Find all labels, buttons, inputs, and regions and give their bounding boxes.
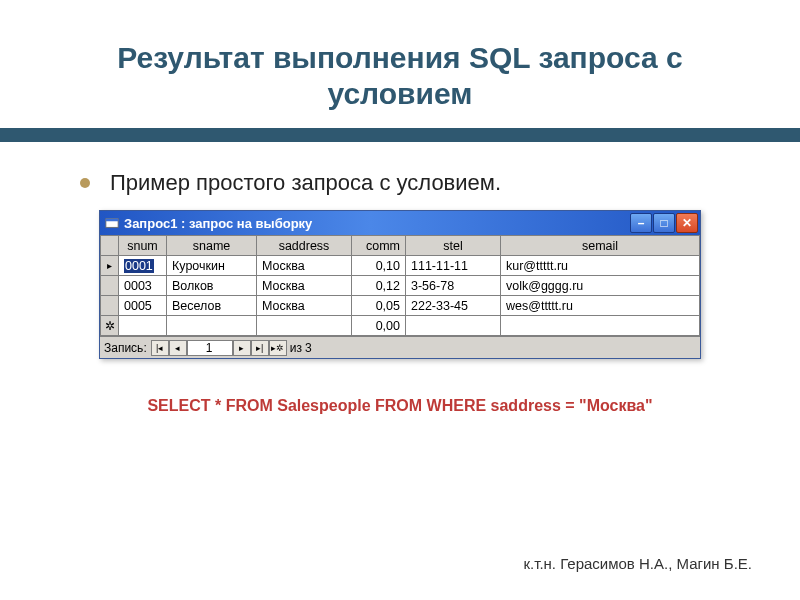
cell-snum[interactable]: 0001	[119, 256, 167, 276]
header-row: snum sname saddress comm stel semail	[101, 236, 700, 256]
title-underline	[0, 128, 800, 142]
cell-snum[interactable]	[119, 316, 167, 336]
cell-semail[interactable]: kur@ttttt.ru	[501, 256, 700, 276]
cell-comm[interactable]: 0,00	[352, 316, 406, 336]
cell-sname[interactable]: Веселов	[167, 296, 257, 316]
column-header[interactable]: snum	[119, 236, 167, 256]
cell-sname[interactable]: Волков	[167, 276, 257, 296]
prev-record-button[interactable]: ◂	[169, 340, 187, 356]
table-row[interactable]: 0005ВеселовМосква0,05222-33-45wes@ttttt.…	[101, 296, 700, 316]
cell-semail[interactable]	[501, 316, 700, 336]
cell-semail[interactable]: volk@gggg.ru	[501, 276, 700, 296]
record-number-input[interactable]: 1	[187, 340, 233, 356]
maximize-button[interactable]: □	[653, 213, 675, 233]
cell-comm[interactable]: 0,12	[352, 276, 406, 296]
cell-stel[interactable]	[406, 316, 501, 336]
last-record-button[interactable]: ▸|	[251, 340, 269, 356]
first-record-button[interactable]: |◂	[151, 340, 169, 356]
column-header[interactable]: saddress	[257, 236, 352, 256]
new-record-button[interactable]: ▸✲	[269, 340, 287, 356]
window-icon	[104, 215, 120, 231]
cell-saddress[interactable]: Москва	[257, 276, 352, 296]
row-selector-header	[101, 236, 119, 256]
cell-sname[interactable]	[167, 316, 257, 336]
slide-footer: к.т.н. Герасимов Н.А., Магин Б.Е.	[523, 555, 752, 572]
cell-stel[interactable]: 222-33-45	[406, 296, 501, 316]
cell-stel[interactable]: 3-56-78	[406, 276, 501, 296]
row-marker-icon: ▸	[101, 256, 119, 276]
titlebar: Запрос1 : запрос на выборку – □ ✕	[100, 211, 700, 235]
bullet-icon	[80, 178, 90, 188]
row-marker-icon	[101, 276, 119, 296]
table-row[interactable]: ✲0,00	[101, 316, 700, 336]
cell-saddress[interactable]: Москва	[257, 256, 352, 276]
table-row[interactable]: ▸0001КурочкинМосква0,10111-11-11kur@tttt…	[101, 256, 700, 276]
cell-saddress[interactable]: Москва	[257, 296, 352, 316]
bullet-row: Пример простого запроса с условием.	[0, 142, 800, 206]
record-label: Запись:	[104, 341, 147, 355]
cell-sname[interactable]: Курочкин	[167, 256, 257, 276]
record-total-prefix: из	[290, 341, 302, 355]
cell-stel[interactable]: 111-11-11	[406, 256, 501, 276]
bullet-text: Пример простого запроса с условием.	[110, 170, 501, 196]
row-marker-icon	[101, 296, 119, 316]
record-total: 3	[305, 341, 312, 355]
cell-snum[interactable]: 0005	[119, 296, 167, 316]
svg-rect-1	[106, 219, 118, 222]
record-navigator: Запись: |◂ ◂ 1 ▸ ▸| ▸✲ из 3	[100, 336, 700, 358]
next-record-button[interactable]: ▸	[233, 340, 251, 356]
sql-statement: SELECT * FROM Salespeople FROM WHERE sad…	[0, 397, 800, 415]
minimize-button[interactable]: –	[630, 213, 652, 233]
cell-saddress[interactable]	[257, 316, 352, 336]
column-header[interactable]: stel	[406, 236, 501, 256]
column-header[interactable]: comm	[352, 236, 406, 256]
cell-snum[interactable]: 0003	[119, 276, 167, 296]
column-header[interactable]: sname	[167, 236, 257, 256]
data-grid: snum sname saddress comm stel semail ▸00…	[100, 235, 700, 336]
slide-title: Результат выполнения SQL запроса с услов…	[0, 0, 800, 122]
close-button[interactable]: ✕	[676, 213, 698, 233]
window-title: Запрос1 : запрос на выборку	[124, 216, 630, 231]
new-row-icon: ✲	[101, 316, 119, 336]
window-buttons: – □ ✕	[630, 213, 698, 233]
column-header[interactable]: semail	[501, 236, 700, 256]
access-window: Запрос1 : запрос на выборку – □ ✕ snum s…	[99, 210, 701, 359]
cell-comm[interactable]: 0,05	[352, 296, 406, 316]
cell-semail[interactable]: wes@ttttt.ru	[501, 296, 700, 316]
cell-comm[interactable]: 0,10	[352, 256, 406, 276]
table-row[interactable]: 0003ВолковМосква0,123-56-78volk@gggg.ru	[101, 276, 700, 296]
